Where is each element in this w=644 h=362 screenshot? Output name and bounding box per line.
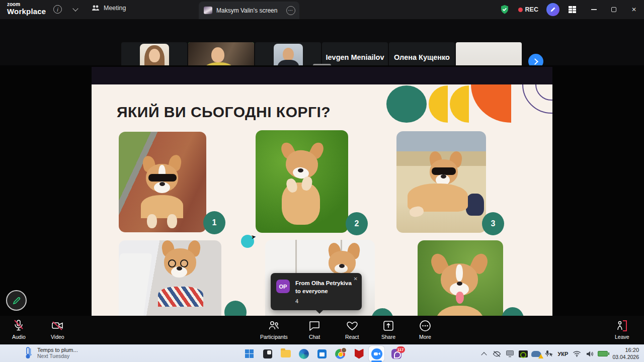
corgi-paw [147, 214, 157, 228]
edge-button[interactable] [297, 347, 310, 360]
option-badge-1: 1 [203, 211, 225, 234]
chrome-button[interactable] [334, 347, 346, 360]
start-button[interactable] [243, 347, 256, 360]
corgi-nose [159, 182, 165, 186]
participant-display-name: Ievgen Meniailov [322, 53, 388, 61]
minimize-icon [591, 9, 597, 10]
speaker-icon [586, 350, 594, 357]
corgi-nose [298, 168, 303, 172]
onedrive-tray-button[interactable] [530, 347, 543, 360]
zoom-app-button[interactable] [370, 347, 383, 360]
store-icon [317, 349, 327, 358]
participant-display-name: Олена Кущенко [389, 53, 455, 61]
task-view-button[interactable] [261, 347, 274, 360]
share-button[interactable]: Share [381, 319, 395, 340]
pencil-icon [12, 296, 21, 305]
weather-text: Temps to plum... Next Tuesday [37, 347, 78, 359]
volume-tray-button[interactable] [583, 347, 596, 360]
display-tray-button[interactable] [504, 347, 517, 360]
chat-notification-title: From Olha Petrykiva to everyone [295, 280, 355, 295]
wifi-tray-button[interactable] [570, 347, 583, 360]
close-button[interactable]: ✕ [624, 0, 644, 19]
corgi-photo-3-beach-sunglasses [396, 131, 486, 233]
corgi-photo-2-grass-paws-up [256, 130, 348, 233]
more-label: More [419, 334, 431, 340]
more-button[interactable]: More [419, 319, 432, 340]
chrome-profile-avatar [341, 347, 347, 353]
decor-teal-circle [386, 85, 427, 123]
share-label: Share [381, 334, 395, 340]
corgi-photo-4-glasses-laptop [119, 240, 221, 316]
viber-button[interactable]: 117 [390, 347, 403, 360]
battery-tray-button[interactable] [596, 347, 609, 360]
video-label: Video [51, 334, 64, 340]
task-view-icon [263, 349, 272, 358]
chrome-icon [335, 349, 345, 359]
react-button[interactable]: React [345, 319, 359, 340]
participants-button[interactable]: Participants [260, 319, 288, 340]
apps-button[interactable] [566, 3, 579, 16]
corgi-photo-6-smiling-tongue [418, 240, 503, 316]
viber-icon: 117 [391, 349, 401, 359]
folder-icon [281, 350, 291, 357]
security-shield-icon[interactable] [500, 5, 509, 15]
file-explorer-button[interactable] [279, 347, 292, 360]
muted-mic-icon [13, 319, 25, 332]
tab-more-icon[interactable]: ⋯ [286, 6, 295, 15]
hidden-icons-button[interactable] [477, 347, 491, 360]
nvidia-tray-button[interactable] [517, 347, 530, 360]
shared-screen-stage: ЯКИЙ ВИ СЬОГОДНІ КОРГІ? [0, 65, 644, 316]
annotation-tools-button[interactable] [6, 290, 27, 311]
rec-dot-icon [518, 8, 523, 12]
meeting-tab-label: Meeting [104, 5, 126, 12]
sender-avatar: OP [276, 280, 290, 293]
heart-icon [346, 319, 359, 332]
maximize-icon [611, 7, 616, 12]
microsoft-store-button[interactable] [315, 347, 328, 360]
weather-subline: Next Tuesday [37, 353, 78, 359]
annotation-pen-button[interactable] [546, 3, 559, 16]
audio-label: Audio [12, 334, 26, 340]
meeting-controls-bar: Audio Video Participants 104 Chat 3 Reac… [0, 316, 644, 344]
system-tray: УКР 16:20 03.04.2026 [477, 345, 644, 362]
chat-notification-popup[interactable]: OP From Olha Petrykiva to everyone 4 ✕ [271, 273, 362, 310]
chevron-right-icon [532, 58, 538, 65]
maximize-button[interactable] [604, 0, 624, 19]
corgi-body [141, 195, 183, 218]
option-badge-3: 3 [482, 212, 504, 235]
weather-widget[interactable]: Temps to plum... Next Tuesday [24, 346, 78, 359]
tab-meeting[interactable]: Meeting [92, 5, 126, 12]
participants-label: Participants [260, 334, 288, 340]
chat-button[interactable]: Chat [308, 319, 321, 340]
corgi-photo-1-sunglasses-bricks [119, 132, 206, 232]
mcafee-button[interactable] [353, 347, 365, 360]
zoom-app-icon [371, 348, 382, 359]
leave-button[interactable]: Leave [615, 319, 629, 340]
windows-logo-icon [245, 349, 254, 358]
chevron-down-icon[interactable] [72, 6, 78, 11]
video-button[interactable]: Video [51, 319, 64, 340]
mcafee-shield-icon [355, 349, 364, 359]
corgi-paw [167, 214, 177, 228]
brand-workplace: Workplace [7, 8, 46, 16]
battery-icon [598, 351, 608, 356]
wifi-icon [573, 350, 581, 357]
minimize-button[interactable] [584, 0, 604, 19]
audio-button[interactable]: Audio [12, 319, 26, 340]
language-indicator[interactable]: УКР [556, 351, 571, 357]
nvidia-icon [519, 350, 528, 357]
pencil-icon [550, 7, 556, 13]
decor-yellow-halfcircle [450, 85, 469, 123]
close-icon[interactable]: ✕ [354, 276, 358, 282]
mic-location-tray-button[interactable] [543, 347, 556, 360]
info-icon[interactable]: i [53, 5, 62, 14]
option-badge-4-partial [224, 301, 247, 316]
corgi-sunglasses [432, 167, 456, 175]
corgi-shirt [158, 287, 203, 307]
viber-unread-badge: 117 [396, 346, 405, 353]
privacy-eye-button[interactable] [491, 347, 504, 360]
tab-maksym-valin-screen[interactable]: Maksym Valin's screen ⋯ [199, 2, 299, 19]
cloud-icon [531, 351, 541, 357]
taskbar-clock[interactable]: 16:20 03.04.2026 [609, 347, 644, 360]
chat-bubble-icon [308, 319, 321, 332]
